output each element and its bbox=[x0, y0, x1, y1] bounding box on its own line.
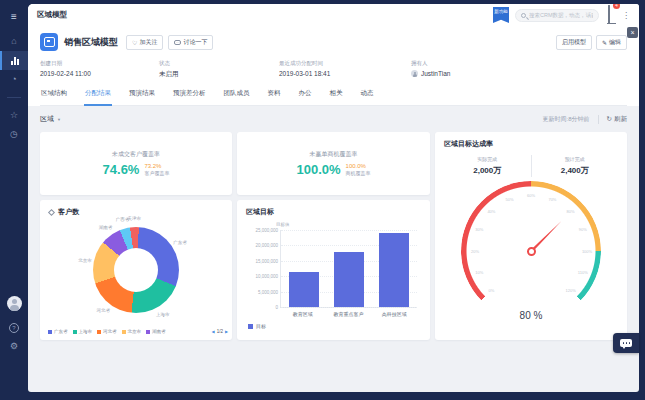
search-input[interactable] bbox=[529, 12, 593, 18]
x-tick-label: 教育区域 bbox=[280, 311, 326, 317]
star-icon[interactable]: ☆ bbox=[0, 106, 28, 125]
gauge-tick-label: 0% bbox=[489, 288, 495, 293]
tab-4[interactable]: 预演差分析 bbox=[172, 89, 207, 105]
search-icon bbox=[521, 13, 526, 18]
legend-item[interactable]: 广东省 bbox=[48, 329, 68, 334]
bar-card-territory-target: 区域目标 目标值 25,000,00020,000,00015,000,0001… bbox=[237, 200, 430, 340]
info-fields: 创建日期2019-02-24 11:00状态未启用最近成功分配时间2019-03… bbox=[40, 60, 627, 79]
pager-next-icon[interactable]: ▶ bbox=[225, 329, 228, 334]
legend-pager: ◀ 1/2 ▶ bbox=[212, 329, 228, 334]
notifications-button[interactable]: 4 bbox=[608, 6, 610, 24]
chevron-down-icon: ▼ bbox=[57, 117, 61, 122]
kpi-title: 未成交客户覆盖率 bbox=[103, 150, 170, 159]
bar-title: 区域目标 bbox=[246, 207, 421, 217]
chat-icon bbox=[620, 339, 632, 347]
donut-slice-label: 河北省 bbox=[97, 308, 111, 313]
bell-icon bbox=[608, 5, 610, 23]
tab-9[interactable]: 动态 bbox=[360, 89, 375, 105]
kpi-compare-value: 73.2% bbox=[144, 163, 169, 169]
follow-button[interactable]: ♡加关注 bbox=[126, 35, 163, 50]
x-tick-label: 教育重点客户 bbox=[326, 311, 372, 317]
donut-slice-label: 上海市 bbox=[156, 312, 170, 317]
cards-grid: 未成交客户覆盖率 74.6% 73.2% 客户覆盖率 未赢单商机覆盖率 100.… bbox=[40, 132, 627, 340]
history-icon[interactable]: ◷ bbox=[0, 125, 28, 144]
dashboard-icon[interactable] bbox=[0, 51, 28, 70]
legend-item[interactable]: 北京市 bbox=[122, 329, 142, 334]
legend-item[interactable]: 上海市 bbox=[73, 329, 93, 334]
tab-7[interactable]: 办公 bbox=[298, 89, 313, 105]
bar-legend: 目标 bbox=[248, 323, 421, 329]
owner-avatar bbox=[411, 70, 418, 77]
more-menu-icon[interactable]: ⋮ bbox=[622, 11, 630, 20]
tab-6[interactable]: 资料 bbox=[267, 89, 282, 105]
legend-item[interactable]: 河北省 bbox=[97, 329, 117, 334]
legend-swatch bbox=[248, 324, 253, 329]
kpi-compare-label: 客户覆盖率 bbox=[144, 170, 169, 176]
y-tick-label: 0 bbox=[275, 305, 278, 310]
discuss-button[interactable]: ⋯讨论一下 bbox=[168, 35, 213, 50]
info-field: 最近成功分配时间2019-03-01 18:41 bbox=[279, 60, 411, 79]
enable-model-button[interactable]: 启用模型 bbox=[556, 35, 592, 50]
donut-slice-label: 湖南省 bbox=[99, 225, 113, 230]
toolbar-divider bbox=[598, 115, 599, 124]
menu-icon[interactable]: ≡ bbox=[0, 7, 28, 26]
edit-button[interactable]: ✎编辑 bbox=[596, 35, 627, 50]
x-axis-labels: 教育区域教育重点客户高科技区域 bbox=[280, 311, 417, 317]
donut-title: 客户数 bbox=[58, 207, 79, 217]
region-filter[interactable]: 区域▼ bbox=[40, 114, 61, 124]
home-icon[interactable]: ⌂ bbox=[0, 32, 28, 51]
info-field: 创建日期2019-02-24 11:00 bbox=[40, 60, 159, 79]
kpi-card-opportunity-coverage: 未赢单商机覆盖率 100.0% 100.0% 商机覆盖率 bbox=[237, 132, 430, 195]
chat-fab-button[interactable] bbox=[613, 333, 639, 353]
gauge-tick-label: 60% bbox=[527, 193, 535, 198]
new-feature-ribbon[interactable]: 新功能 bbox=[493, 7, 509, 23]
gauge-tick-label: 50% bbox=[506, 197, 514, 202]
settings-gear-icon[interactable]: ⚙ bbox=[0, 337, 28, 356]
user-avatar[interactable] bbox=[7, 296, 22, 311]
tab-3[interactable]: 预演结果 bbox=[128, 89, 156, 105]
refresh-button[interactable]: ↻刷新 bbox=[607, 115, 627, 124]
kpi-value: 74.6% bbox=[103, 162, 140, 177]
donut-slice-label: 广东省 bbox=[173, 240, 187, 245]
record-header: × 销售区域模型 ♡加关注 ⋯讨论一下 启用模型 ✎编辑 创建日期2019-02… bbox=[28, 26, 639, 106]
time-pie-icon[interactable]: ◔ bbox=[0, 70, 28, 89]
donut-slice-label: 广西省 bbox=[116, 217, 130, 222]
bar bbox=[334, 252, 364, 307]
gauge-title: 区域目标达成率 bbox=[444, 139, 618, 149]
updated-time-text: 更新时间:8分钟前 bbox=[543, 115, 590, 124]
donut-card-customers: 客户数 天津市广东省上海市河北省北京市湖南省广西省 广东省上海市河北省北京市湖南… bbox=[40, 200, 232, 340]
close-button[interactable]: × bbox=[627, 27, 638, 38]
gauge-center-dot bbox=[527, 247, 536, 256]
bar bbox=[379, 233, 409, 307]
gauge-tick-label: 40% bbox=[487, 209, 495, 214]
legend-item[interactable]: 湖南省 bbox=[146, 329, 166, 334]
tab-1[interactable]: 区域结构 bbox=[40, 89, 68, 105]
tab-8[interactable]: 相关 bbox=[329, 89, 344, 105]
gauge-tick-label: 80% bbox=[567, 209, 575, 214]
tab-5[interactable]: 团队成员 bbox=[223, 89, 251, 105]
search-box[interactable] bbox=[515, 9, 599, 22]
gauge-value: 80 % bbox=[461, 310, 601, 321]
pencil-icon: ✎ bbox=[602, 39, 607, 46]
bar-chart-icon bbox=[11, 57, 19, 65]
tab-2[interactable]: 分配结果 bbox=[84, 89, 112, 106]
left-sidebar: ≡ ⌂ ◔ ☆ ◷ ? ⚙ bbox=[0, 0, 28, 400]
gauge-stat: 预计完成2,400万 bbox=[532, 156, 619, 176]
info-field: 拥有人JustinTian bbox=[411, 60, 450, 79]
gauge-tick-label: 110% bbox=[578, 270, 588, 275]
help-icon[interactable]: ? bbox=[0, 318, 28, 337]
kpi-compare-value: 100.0% bbox=[346, 163, 371, 169]
y-tick-label: 5,000,000 bbox=[258, 289, 278, 294]
notification-badge: 4 bbox=[613, 4, 620, 9]
kpi-card-customer-coverage: 未成交客户覆盖率 74.6% 73.2% 客户覆盖率 bbox=[40, 132, 232, 195]
y-tick-label: 20,000,000 bbox=[255, 243, 278, 248]
heart-icon: ♡ bbox=[132, 39, 137, 46]
kpi-value: 100.0% bbox=[296, 162, 340, 177]
pager-prev-icon[interactable]: ◀ bbox=[212, 329, 215, 334]
record-title: 销售区域模型 bbox=[64, 36, 118, 49]
gauge-card-target-completion: 区域目标达成率 实际完成2,000万预计完成2,400万 0%10%20%30%… bbox=[435, 132, 627, 340]
y-axis-title: 目标值 bbox=[276, 222, 421, 227]
gauge-chart: 0%10%20%30%40%50%60%70%80%90%100%110%120… bbox=[461, 181, 601, 321]
dashboard-toolbar: 区域▼ 更新时间:8分钟前 ↻刷新 bbox=[28, 106, 639, 132]
bar-plot: 25,000,00020,000,00015,000,00010,000,000… bbox=[280, 230, 417, 308]
